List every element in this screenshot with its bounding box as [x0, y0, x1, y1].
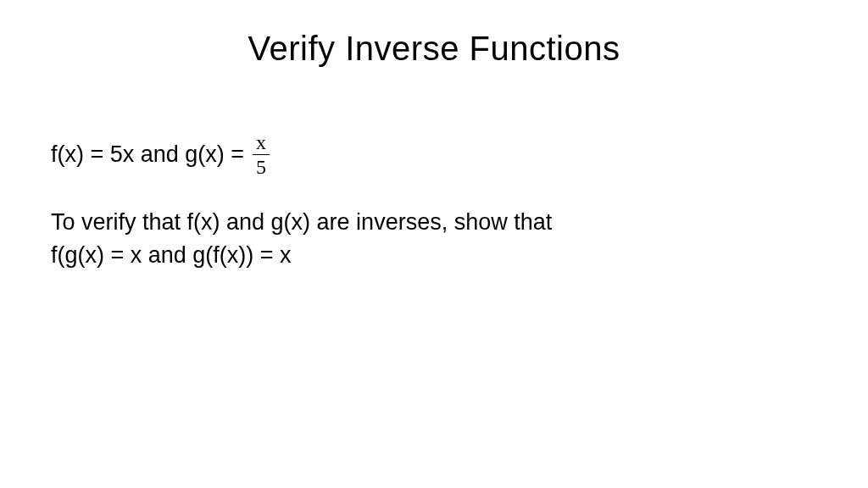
fraction-denominator: 5: [253, 154, 270, 178]
slide-content: f(x) = 5x and g(x) = x 5 To verify that …: [0, 68, 868, 269]
verify-instruction-line: To verify that f(x) and g(x) are inverse…: [51, 209, 868, 236]
definition-text: f(x) = 5x and g(x) =: [51, 141, 244, 168]
verify-conditions-line: f(g(x) = x and g(f(x)) = x: [51, 242, 868, 269]
definition-line: f(x) = 5x and g(x) = x 5: [51, 131, 868, 179]
fraction-expression: x 5: [253, 131, 270, 179]
slide-title: Verify Inverse Functions: [0, 0, 868, 68]
fraction-numerator: x: [253, 131, 270, 154]
